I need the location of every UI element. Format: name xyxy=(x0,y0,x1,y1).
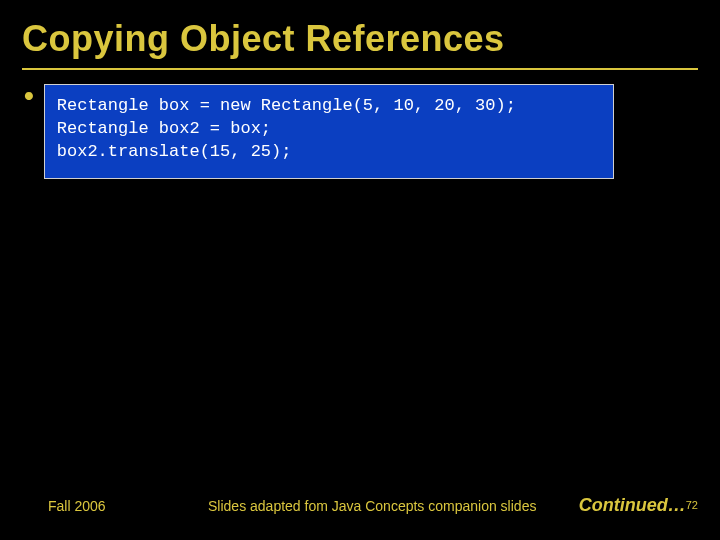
slide-footer: Fall 2006 Slides adapted fom Java Concep… xyxy=(0,495,720,516)
slide-title: Copying Object References xyxy=(22,18,698,60)
bullet-icon: • xyxy=(24,86,34,106)
footer-attribution: Slides adapted fom Java Concepts compani… xyxy=(208,498,579,514)
title-underline xyxy=(22,68,698,70)
footer-continued: Continued…72 xyxy=(579,495,698,516)
bullet-row: • Rectangle box = new Rectangle(5, 10, 2… xyxy=(22,84,698,179)
footer-term: Fall 2006 xyxy=(48,498,208,514)
slide-container: Copying Object References • Rectangle bo… xyxy=(0,0,720,540)
continued-label: Continued… xyxy=(579,495,686,515)
page-number: 72 xyxy=(686,499,698,511)
code-text: Rectangle box = new Rectangle(5, 10, 20,… xyxy=(57,95,601,164)
code-block: Rectangle box = new Rectangle(5, 10, 20,… xyxy=(44,84,614,179)
